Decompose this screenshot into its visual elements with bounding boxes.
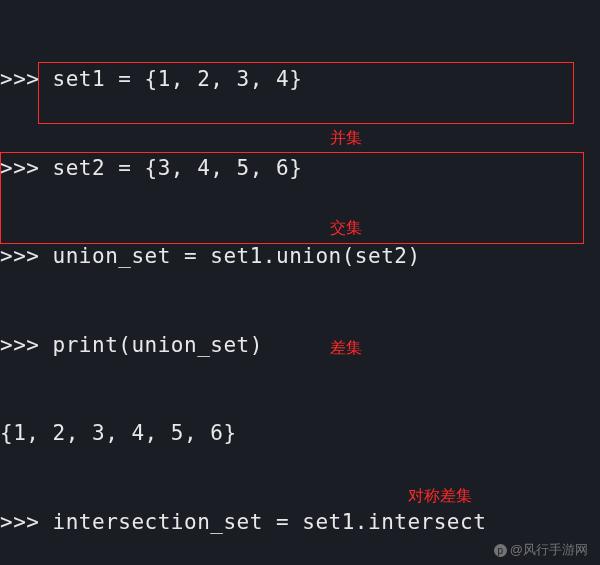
code-text: intersection_set = set1.intersect bbox=[53, 510, 487, 534]
prompt: >>> bbox=[0, 244, 53, 268]
output-line: {1, 2, 3, 4, 5, 6} bbox=[0, 419, 600, 449]
code-text: set2 = {3, 4, 5, 6} bbox=[53, 156, 303, 180]
watermark-text: @风行手游网 bbox=[510, 542, 588, 557]
output-text: {1, 2, 3, 4, 5, 6} bbox=[0, 421, 237, 445]
code-text: union_set = set1.union(set2) bbox=[53, 244, 421, 268]
code-line: >>> set2 = {3, 4, 5, 6} bbox=[0, 154, 600, 184]
prompt: >>> bbox=[0, 67, 53, 91]
watermark: p@风行手游网 bbox=[494, 541, 588, 559]
prompt: >>> bbox=[0, 333, 53, 357]
code-line: >>> intersection_set = set1.intersect bbox=[0, 508, 600, 538]
code-line: >>> set1 = {1, 2, 3, 4} bbox=[0, 65, 600, 95]
code-text: set1 = {1, 2, 3, 4} bbox=[53, 67, 303, 91]
code-text: print(union_set) bbox=[53, 333, 263, 357]
watermark-icon: p bbox=[494, 544, 507, 557]
prompt: >>> bbox=[0, 510, 53, 534]
prompt: >>> bbox=[0, 156, 53, 180]
code-line: >>> union_set = set1.union(set2) bbox=[0, 242, 600, 272]
terminal-output: >>> set1 = {1, 2, 3, 4} >>> set2 = {3, 4… bbox=[0, 0, 600, 565]
code-line: >>> print(union_set) bbox=[0, 331, 600, 361]
